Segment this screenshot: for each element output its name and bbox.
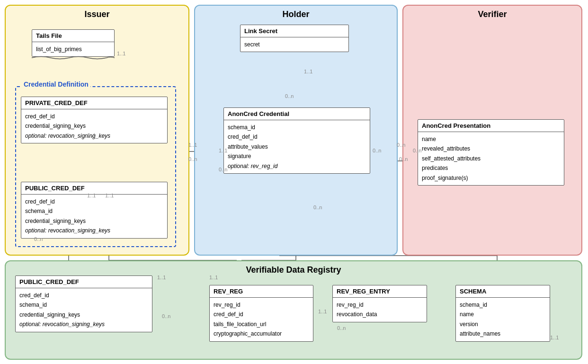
schema-header: SCHEMA — [456, 285, 550, 298]
pubvdr-field-1: cred_def_id — [19, 291, 148, 300]
rev-reg-body: rev_reg_id cred_def_id tails_file_locati… — [210, 298, 313, 341]
public-cred-def-vdr-header: PUBLIC_CRED_DEF — [16, 276, 152, 288]
ls-field-1: secret — [244, 40, 345, 49]
sc-field-3: version — [460, 320, 546, 329]
mult-issuer-holder-bot: 0..n — [188, 156, 197, 162]
public-cred-def-box: PUBLIC_CRED_DEF cred_def_id schema_id cr… — [21, 182, 168, 239]
mult-vdr-5: 0..n — [337, 325, 346, 331]
mult-vdr-4: 1..1 — [318, 309, 327, 314]
mult-vdr-2: 1..1 — [209, 275, 218, 280]
mult-holder-verifier: 0..n — [397, 142, 405, 148]
rre-field-1: rev_reg_id — [337, 300, 423, 310]
rev-reg-box: REV_REG rev_reg_id cred_def_id tails_fil… — [209, 285, 313, 342]
ac-field-5: optional: rev_reg_id — [228, 161, 366, 171]
issuer-region: Issuer Tails File list_of_big_primes 1..… — [5, 5, 189, 256]
anoncred-presentation-header: AnonCred Presentation — [418, 120, 564, 132]
public-cred-def-body: cred_def_id schema_id credential_signing… — [21, 195, 167, 238]
mult-anon-left2: 0..n — [219, 167, 227, 172]
issuer-title: Issuer — [6, 6, 188, 21]
anoncred-credential-body: schema_id cred_def_id attribute_values s… — [224, 120, 370, 173]
rev-reg-header: REV_REG — [210, 285, 313, 298]
schema-body: schema_id name version attribute_names — [456, 298, 550, 341]
mult-anon-right1: 0..n — [373, 148, 381, 153]
mult-vdr-6: 1..1 — [550, 335, 559, 340]
ap-field-1: name — [422, 134, 560, 144]
mult-tails-private: 1..1 — [117, 51, 125, 56]
vdr-region: Verifiable Data Registry REV_REG rev_reg… — [5, 260, 582, 360]
ac-field-2: cred_def_id — [228, 132, 366, 142]
ap-field-4: predicates — [422, 163, 560, 173]
mult-anon-left1: 1..1 — [219, 148, 227, 153]
mult-pub-bottom: 0..n — [34, 236, 43, 242]
rre-field-2: revocation_data — [337, 310, 423, 319]
pubcd-field-4: optional: revocation_signing_keys — [25, 226, 163, 235]
tails-field-1: list_of_big_primes — [36, 44, 110, 54]
rr-field-1: rev_reg_id — [214, 300, 309, 310]
pubcd-field-3: credential_signing_keys — [25, 216, 163, 226]
verifier-region: Verifier AnonCred Presentation name reve… — [402, 5, 582, 256]
sc-field-1: schema_id — [460, 300, 546, 310]
link-secret-body: secret — [241, 37, 348, 52]
rev-reg-entry-body: rev_reg_id revocation_data — [333, 298, 427, 322]
holder-region: Holder Link Secret secret 1..1 0..n Anon… — [194, 5, 398, 256]
ap-field-5: proof_signature(s) — [422, 173, 560, 183]
mult-vdr-1: 1..1 — [157, 275, 166, 280]
pubvdr-field-3: credential_signing_keys — [19, 310, 148, 320]
verifier-title: Verifier — [403, 6, 581, 21]
mult-pcd-anon1: 1..1 — [87, 133, 96, 138]
pubvdr-field-2: schema_id — [19, 300, 148, 310]
rr-field-4: cryptographic_accumulator — [214, 329, 309, 338]
mult-ls-cred: 0..n — [285, 93, 294, 99]
anoncred-presentation-box: AnonCred Presentation name revealed_attr… — [418, 119, 564, 186]
pubvdr-field-4: optional: revocation_signing_keys — [19, 320, 148, 329]
anoncred-credential-box: AnonCred Credential schema_id cred_def_i… — [223, 107, 370, 174]
pubcd-field-1: cred_def_id — [25, 197, 163, 206]
anoncred-presentation-body: name revealed_attributes self_attested_a… — [418, 132, 564, 185]
ap-field-2: revealed_attributes — [422, 144, 560, 153]
rev-reg-entry-box: REV_REG_ENTRY rev_reg_id revocation_data — [332, 285, 427, 322]
mult-vdr-3: 0..n — [162, 313, 170, 319]
rr-field-2: cred_def_id — [214, 310, 309, 319]
schema-box: SCHEMA schema_id name version attribute_… — [455, 285, 550, 342]
tails-file-header: Tails File — [32, 30, 114, 42]
rr-field-3: tails_file_location_url — [214, 320, 309, 329]
sc-field-4: attribute_names — [460, 329, 546, 338]
mult-issuer-holder-top: 1..1 — [188, 142, 197, 148]
cred-def-title: Credential Definition — [22, 80, 90, 88]
mult-pcd-pub1: 1..1 — [87, 193, 96, 198]
mult-pres-left: 0..n — [413, 148, 421, 153]
mult-verifier-left: 0..n — [399, 156, 408, 162]
ac-field-4: signature — [228, 151, 366, 161]
pubcd-field-2: schema_id — [25, 206, 163, 216]
public-cred-def-vdr-box: PUBLIC_CRED_DEF cred_def_id schema_id cr… — [15, 275, 152, 332]
public-cred-def-vdr-body: cred_def_id schema_id credential_signing… — [16, 288, 152, 332]
tails-file-body: list_of_big_primes — [32, 42, 114, 56]
mult-pcd-pub2: 1..1 — [105, 193, 114, 198]
sc-field-2: name — [460, 310, 546, 319]
rev-reg-entry-header: REV_REG_ENTRY — [333, 285, 427, 298]
pcd-field-1: cred_def_id — [25, 112, 163, 121]
diagram-container: Issuer Tails File list_of_big_primes 1..… — [0, 0, 588, 364]
ap-field-3: self_attested_attributes — [422, 154, 560, 163]
holder-title: Holder — [195, 6, 397, 21]
pcd-field-2: credential_signing_keys — [25, 121, 163, 131]
cred-def-region: Credential Definition PRIVATE_CRED_DEF c… — [15, 86, 176, 247]
anoncred-credential-header: AnonCred Credential — [224, 108, 370, 120]
mult-ls-1: 1..1 — [304, 69, 312, 74]
tails-file-box: Tails File list_of_big_primes — [32, 29, 115, 57]
mult-anon-bottom1: 0..n — [313, 204, 322, 210]
ac-field-1: schema_id — [228, 123, 366, 132]
link-secret-header: Link Secret — [241, 25, 348, 37]
ac-field-3: attribute_values — [228, 142, 366, 151]
vdr-title: Verifiable Data Registry — [6, 261, 581, 277]
private-cred-def-header: PRIVATE_CRED_DEF — [21, 97, 167, 109]
link-secret-box: Link Secret secret — [240, 25, 349, 52]
